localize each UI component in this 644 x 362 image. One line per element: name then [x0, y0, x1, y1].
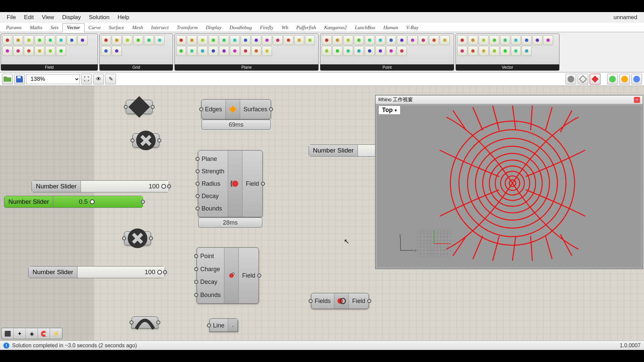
component-icon[interactable]: [230, 46, 240, 56]
toolbar-btn-3[interactable]: ◈: [26, 328, 38, 339]
input-grip[interactable]: [124, 105, 128, 109]
zoom-extents-button[interactable]: ⛶: [81, 74, 92, 84]
component-icon[interactable]: [365, 46, 375, 56]
toolbar-btn-1[interactable]: ⬛: [2, 328, 14, 339]
component-icon[interactable]: [219, 35, 229, 45]
input-grip[interactable]: [196, 182, 200, 186]
component-icon[interactable]: [489, 46, 499, 56]
tab-surface[interactable]: Surface: [105, 23, 128, 32]
tab-curve[interactable]: Curve: [85, 23, 105, 32]
component-icon[interactable]: [294, 35, 304, 45]
component-icon[interactable]: [354, 35, 364, 45]
component-icon[interactable]: [24, 35, 34, 45]
input-grip[interactable]: [207, 323, 211, 327]
component-icon[interactable]: [24, 46, 34, 56]
component-icon[interactable]: [522, 35, 532, 45]
component-icon[interactable]: [457, 35, 467, 45]
node-curve-param[interactable]: [131, 316, 158, 328]
component-icon[interactable]: [479, 46, 489, 56]
component-icon[interactable]: [187, 46, 197, 56]
component-icon[interactable]: [2, 46, 12, 56]
component-icon[interactable]: [397, 35, 407, 45]
output-grip[interactable]: [269, 107, 273, 111]
component-icon[interactable]: [112, 46, 122, 56]
component-icon[interactable]: [45, 35, 55, 45]
component-icon[interactable]: [375, 46, 385, 56]
tab-doodlebug[interactable]: Doodlebug: [225, 23, 256, 32]
tab-mesh[interactable]: Mesh: [128, 23, 147, 32]
node-brep-param[interactable]: [126, 100, 153, 114]
preview-off-button[interactable]: [566, 74, 576, 84]
component-icon[interactable]: [2, 35, 12, 45]
component-icon[interactable]: [56, 46, 66, 56]
menu-file[interactable]: File: [3, 12, 20, 23]
component-icon[interactable]: [176, 46, 186, 56]
input-grip[interactable]: [130, 138, 135, 142]
component-icon[interactable]: [67, 35, 77, 45]
component-icon[interactable]: [262, 35, 272, 45]
preview-mesh-low-button[interactable]: [607, 74, 618, 84]
component-icon[interactable]: [13, 46, 23, 56]
component-icon[interactable]: [122, 35, 132, 45]
component-icon[interactable]: [354, 46, 364, 56]
component-icon[interactable]: [429, 35, 439, 45]
output-grip[interactable]: [149, 236, 153, 240]
component-icon[interactable]: [219, 46, 229, 56]
save-button[interactable]: [14, 74, 25, 84]
component-icon[interactable]: [13, 35, 23, 45]
component-icon[interactable]: [112, 35, 122, 45]
input-grip[interactable]: [194, 293, 198, 297]
output-grip[interactable]: [157, 138, 161, 142]
node-spin-force[interactable]: Plane Strength Radius Decay Bounds Field…: [198, 150, 263, 217]
component-icon[interactable]: [365, 35, 375, 45]
component-icon[interactable]: [332, 46, 342, 56]
preview-shaded-button[interactable]: [590, 74, 600, 84]
component-icon[interactable]: [457, 46, 467, 56]
tab-wb[interactable]: Wb: [277, 23, 292, 32]
component-icon[interactable]: [408, 35, 418, 45]
component-icon[interactable]: [273, 35, 283, 45]
rhino-canvas[interactable]: y x: [377, 106, 641, 267]
menu-edit[interactable]: Edit: [20, 12, 38, 23]
component-icon[interactable]: [155, 35, 165, 45]
component-icon[interactable]: [418, 35, 428, 45]
component-icon[interactable]: [240, 46, 251, 56]
component-icon[interactable]: [343, 35, 353, 45]
component-icon[interactable]: [489, 35, 499, 45]
preview-mesh-doc-button[interactable]: [631, 74, 642, 84]
tab-intersect[interactable]: Intersect: [147, 23, 173, 32]
component-icon[interactable]: [262, 46, 272, 56]
component-icon[interactable]: [283, 35, 293, 45]
input-grip[interactable]: [129, 320, 133, 324]
input-grip[interactable]: [194, 280, 198, 284]
slider-thumb[interactable]: [90, 199, 95, 204]
component-icon[interactable]: [440, 35, 450, 45]
node-merge-fields[interactable]: Fields Field: [311, 293, 369, 309]
component-icon[interactable]: [500, 35, 510, 45]
component-icon[interactable]: [479, 35, 489, 45]
component-icon[interactable]: [532, 35, 542, 45]
tab-display[interactable]: Display: [202, 23, 226, 32]
component-icon[interactable]: [187, 35, 197, 45]
component-icon[interactable]: [468, 46, 478, 56]
node-line[interactable]: Line .: [209, 318, 238, 332]
component-icon[interactable]: [511, 35, 521, 45]
sketch-button[interactable]: ✎: [105, 74, 116, 84]
component-icon[interactable]: [511, 46, 521, 56]
input-grip[interactable]: [122, 236, 126, 240]
component-icon[interactable]: [101, 35, 111, 45]
component-icon[interactable]: [56, 35, 66, 45]
component-icon[interactable]: [386, 46, 396, 56]
component-icon[interactable]: [144, 35, 154, 45]
toolbar-btn-2[interactable]: ✦: [14, 328, 26, 339]
input-grip[interactable]: [199, 107, 203, 111]
input-grip[interactable]: [309, 299, 313, 303]
slider-100-b[interactable]: Number Slider 100: [28, 266, 165, 278]
component-icon[interactable]: [198, 35, 208, 45]
component-icon[interactable]: [500, 46, 510, 56]
node-cull-1[interactable]: [132, 133, 159, 147]
output-grip[interactable]: [141, 200, 145, 204]
slider-0.5-selected[interactable]: Number Slider 0.5: [4, 196, 143, 208]
component-icon[interactable]: [322, 46, 332, 56]
component-icon[interactable]: [375, 35, 385, 45]
